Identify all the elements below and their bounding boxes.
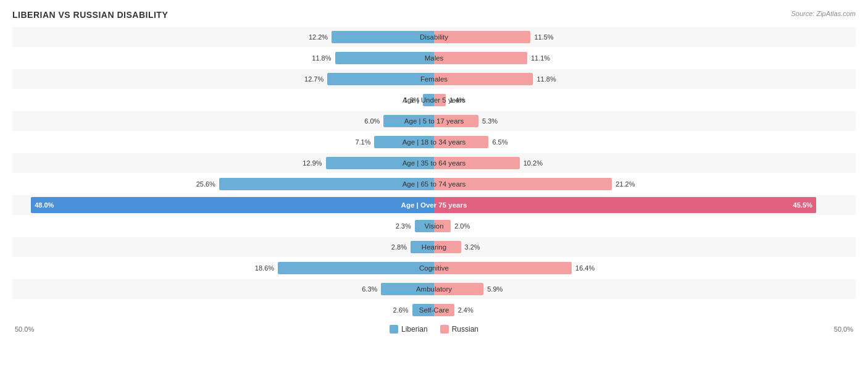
bar-row: 25.6%21.2%Age | 65 to 74 years [12, 174, 856, 194]
left-value: 1.3% [404, 96, 419, 104]
right-bar-container: 10.2% [434, 157, 543, 169]
left-axis-label: 50.0% [15, 326, 34, 333]
right-value: 6.5% [492, 138, 507, 146]
right-bar-container: 2.4% [434, 304, 474, 316]
left-value: 2.8% [391, 243, 407, 251]
right-bar [434, 115, 478, 127]
bar-row: 6.0%5.3%Age | 5 to 17 years [12, 111, 856, 131]
right-bar [434, 178, 612, 190]
left-value: 2.3% [396, 222, 411, 230]
right-value: 2.0% [454, 222, 470, 230]
right-bar [434, 304, 454, 316]
right-value: 5.3% [482, 117, 498, 125]
legend-liberian-label: Liberian [401, 325, 428, 334]
left-bar-container: 2.3% [396, 220, 434, 232]
left-bar-container: 6.3% [362, 283, 434, 295]
left-value: 2.6% [393, 306, 409, 314]
right-bar [434, 136, 488, 148]
legend-liberian-box [390, 325, 398, 334]
left-bar-container: 12.2% [309, 31, 434, 43]
left-bar [332, 31, 434, 43]
right-bar-container: 11.8% [434, 73, 556, 85]
right-value: 21.2% [616, 180, 635, 188]
left-value: 11.8% [312, 54, 331, 62]
bar-row: 12.2%11.5%Disability [12, 27, 856, 47]
right-bar-container: 5.9% [434, 283, 503, 295]
bar-row: 1.3%1.4%Age | Under 5 years [12, 90, 856, 110]
left-value: 12.2% [309, 33, 328, 41]
right-value: 16.4% [575, 264, 595, 272]
right-bar-container: 11.5% [434, 31, 554, 43]
left-bar [423, 94, 434, 106]
bar-row: 2.8%3.2%Hearing [12, 237, 856, 257]
bar-row: 18.6%16.4%Cognitive [12, 258, 856, 278]
legend-russian: Russian [440, 325, 478, 334]
left-bar-container: 1.3% [404, 94, 434, 106]
left-value: 7.1% [355, 138, 370, 146]
legend-liberian: Liberian [390, 325, 428, 334]
right-value: 5.9% [487, 285, 503, 293]
left-bar-container: 12.9% [303, 157, 434, 169]
page-title: LIBERIAN VS RUSSIAN DISABILITY [12, 10, 168, 20]
left-bar [381, 283, 434, 295]
chart-area: 12.2%11.5%Disability11.8%11.1%Males12.7%… [12, 27, 856, 320]
right-bar [434, 283, 483, 295]
right-bar [434, 220, 451, 232]
left-bar-container: 18.6% [255, 262, 434, 274]
left-bar [327, 73, 434, 85]
left-value: 12.7% [304, 75, 323, 83]
right-value: 3.2% [465, 243, 480, 251]
left-value: 18.6% [255, 264, 274, 272]
left-bar-container: 2.6% [393, 304, 434, 316]
right-axis-label: 50.0% [834, 326, 853, 333]
right-value: 11.1% [531, 54, 550, 62]
right-value: 11.5% [534, 33, 553, 41]
left-value: 25.6% [196, 180, 215, 188]
right-value: 10.2% [524, 159, 543, 167]
legend-russian-label: Russian [452, 325, 478, 334]
right-bar-container: 11.1% [434, 52, 550, 64]
left-value: 12.9% [303, 159, 322, 167]
left-bar-container: 12.7% [304, 73, 434, 85]
left-bar [411, 241, 434, 253]
right-bar-container: 3.2% [434, 241, 480, 253]
right-value: 2.4% [458, 306, 474, 314]
bar-row: 7.1%6.5%Age | 18 to 34 years [12, 132, 856, 152]
right-bar-container: 1.4% [434, 94, 465, 106]
left-bar-container: 6.0% [364, 115, 434, 127]
right-bar-container: 16.4% [434, 262, 595, 274]
left-bar [278, 262, 434, 274]
right-bar-container: 5.3% [434, 115, 498, 127]
bar-row: 12.9%10.2%Age | 35 to 64 years [12, 153, 856, 173]
right-bar [434, 157, 520, 169]
right-bar [434, 94, 446, 106]
right-bar [434, 241, 461, 253]
bar-row: 6.3%5.9%Ambulatory [12, 279, 856, 299]
bar-row: 2.6%2.4%Self-Care [12, 300, 856, 320]
left-value: 6.3% [362, 285, 377, 293]
right-bar-container: 2.0% [434, 220, 470, 232]
left-bar-container: 11.8% [312, 52, 434, 64]
left-bar [326, 157, 434, 169]
right-value: 11.8% [536, 75, 556, 83]
legend: Liberian Russian [390, 325, 478, 334]
right-bar-container: 6.5% [434, 136, 507, 148]
left-bar [335, 52, 434, 64]
left-bar [374, 136, 434, 148]
right-bar [434, 31, 530, 43]
left-value: 6.0% [364, 117, 380, 125]
right-bar [434, 73, 533, 85]
right-bar [434, 262, 572, 274]
chart-footer: 50.0% Liberian Russian 50.0% [12, 325, 856, 334]
bar-row: 48.0%45.5%Age | Over 75 years [12, 195, 856, 215]
left-bar-container: 2.8% [391, 241, 434, 253]
bar-row: 11.8%11.1%Males [12, 48, 856, 68]
right-bar [434, 52, 527, 64]
left-bar [412, 304, 434, 316]
right-bar-container: 21.2% [434, 178, 635, 190]
source-label: Source: ZipAtlas.com [791, 10, 856, 17]
left-bar-container: 25.6% [196, 178, 434, 190]
left-bar [415, 220, 434, 232]
legend-russian-box [440, 325, 449, 334]
bar-row: 12.7%11.8%Females [12, 69, 856, 89]
